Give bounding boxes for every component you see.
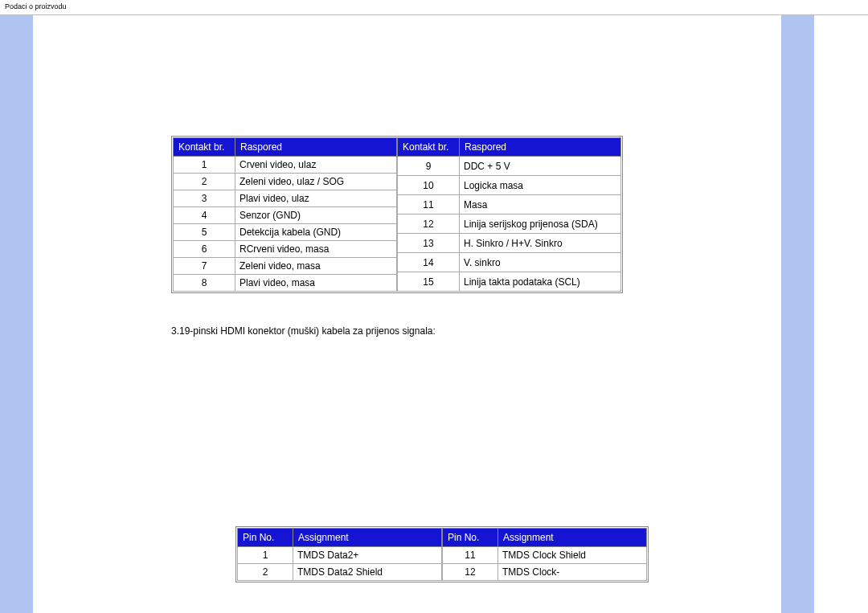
hdmi-pinout-tables: Pin No. Assignment 1TMDS Data2+2TMDS Dat… [235, 526, 649, 582]
pin-desc-cell: TMDS Data2 Shield [293, 564, 442, 581]
pin-desc-cell: Logicka masa [460, 176, 621, 195]
table-row: 10Logicka masa [398, 176, 621, 195]
pin-number-cell: 11 [443, 547, 498, 564]
pin-desc-cell: Zeleni video, masa [235, 258, 397, 275]
pin-desc-cell: Senzor (GND) [235, 207, 397, 224]
pin-number-cell: 6 [174, 241, 235, 258]
vga-left-header-pin: Kontakt br. [174, 138, 235, 157]
right-white-pad [814, 15, 868, 613]
pin-number-cell: 12 [398, 215, 460, 234]
table-row: 15Linija takta podataka (SCL) [398, 272, 621, 292]
table-row: 13H. Sinkro / H+V. Sinkro [398, 234, 621, 253]
pin-number-cell: 15 [398, 272, 460, 292]
pin-desc-cell: TMDS Data2+ [293, 547, 442, 564]
pin-number-cell: 5 [174, 224, 235, 241]
pin-desc-cell: H. Sinkro / H+V. Sinkro [460, 234, 621, 253]
pin-desc-cell: TMDS Clock- [498, 564, 647, 581]
page-title: Podaci o proizvodu [0, 0, 868, 13]
pin-number-cell: 2 [238, 564, 293, 581]
table-row: 3Plavi video, ulaz [174, 190, 397, 207]
pin-number-cell: 11 [398, 195, 460, 215]
pin-desc-cell: Linija serijskog prijenosa (SDA) [460, 215, 621, 234]
hdmi-left-header-desc: Assignment [293, 529, 442, 547]
left-nav-placeholder [33, 15, 171, 613]
vga-left-header-desc: Raspored [235, 138, 397, 157]
table-row: 11Masa [398, 195, 621, 215]
vga-right-header-pin: Kontakt br. [398, 138, 460, 157]
pin-desc-cell: Masa [460, 195, 621, 215]
hdmi-left-header-pin: Pin No. [238, 529, 293, 547]
table-row: 1TMDS Data2+ [238, 547, 442, 564]
table-row: 14V. sinkro [398, 253, 621, 272]
table-row: 2Zeleni video, ulaz / SOG [174, 174, 397, 190]
table-row: 9DDC + 5 V [398, 157, 621, 176]
table-row: 4Senzor (GND) [174, 207, 397, 224]
table-row: 12TMDS Clock- [443, 564, 647, 581]
pin-desc-cell: Zeleni video, ulaz / SOG [235, 174, 397, 190]
pin-number-cell: 1 [238, 547, 293, 564]
hdmi-right-header-desc: Assignment [498, 529, 647, 547]
table-row: 12Linija serijskog prijenosa (SDA) [398, 215, 621, 234]
table-row: 1Crveni video, ulaz [174, 157, 397, 174]
left-blue-margin [0, 15, 33, 613]
pin-desc-cell: Linija takta podataka (SCL) [460, 272, 621, 292]
pin-number-cell: 4 [174, 207, 235, 224]
pin-number-cell: 2 [174, 174, 235, 190]
right-blue-margin [781, 15, 814, 613]
vga-right-header-desc: Raspored [460, 138, 621, 157]
pin-number-cell: 8 [174, 275, 235, 292]
table-row: 5Detekcija kabela (GND) [174, 224, 397, 241]
pin-number-cell: 13 [398, 234, 460, 253]
pin-desc-cell: RCrveni video, masa [235, 241, 397, 258]
hdmi-right-header-pin: Pin No. [443, 529, 498, 547]
pin-desc-cell: TMDS Clock Shield [498, 547, 647, 564]
pin-desc-cell: V. sinkro [460, 253, 621, 272]
table-row: 8Plavi video, masa [174, 275, 397, 292]
pin-number-cell: 10 [398, 176, 460, 195]
pin-number-cell: 3 [174, 190, 235, 207]
vga-table-right: Kontakt br. Raspored 9DDC + 5 V10Logicka… [397, 137, 621, 292]
pin-desc-cell: Detekcija kabela (GND) [235, 224, 397, 241]
pin-number-cell: 12 [443, 564, 498, 581]
pin-desc-cell: Crveni video, ulaz [235, 157, 397, 174]
table-row: 7Zeleni video, masa [174, 258, 397, 275]
pin-desc-cell: Plavi video, ulaz [235, 190, 397, 207]
pin-number-cell: 14 [398, 253, 460, 272]
hdmi-section-heading: 3.19-pinski HDMI konektor (muški) kabela… [171, 325, 767, 337]
vga-table-left: Kontakt br. Raspored 1Crveni video, ulaz… [173, 137, 397, 292]
hdmi-table-right: Pin No. Assignment 11TMDS Clock Shield12… [442, 528, 647, 581]
pin-number-cell: 1 [174, 157, 235, 174]
table-row: 2TMDS Data2 Shield [238, 564, 442, 581]
hdmi-table-left: Pin No. Assignment 1TMDS Data2+2TMDS Dat… [237, 528, 442, 581]
vga-pinout-tables: Kontakt br. Raspored 1Crveni video, ulaz… [171, 136, 623, 293]
table-row: 11TMDS Clock Shield [443, 547, 647, 564]
pin-number-cell: 7 [174, 258, 235, 275]
table-row: 6RCrveni video, masa [174, 241, 397, 258]
main-content: Kontakt br. Raspored 1Crveni video, ulaz… [171, 15, 781, 613]
pin-desc-cell: DDC + 5 V [460, 157, 621, 176]
pin-desc-cell: Plavi video, masa [235, 275, 397, 292]
pin-number-cell: 9 [398, 157, 460, 176]
